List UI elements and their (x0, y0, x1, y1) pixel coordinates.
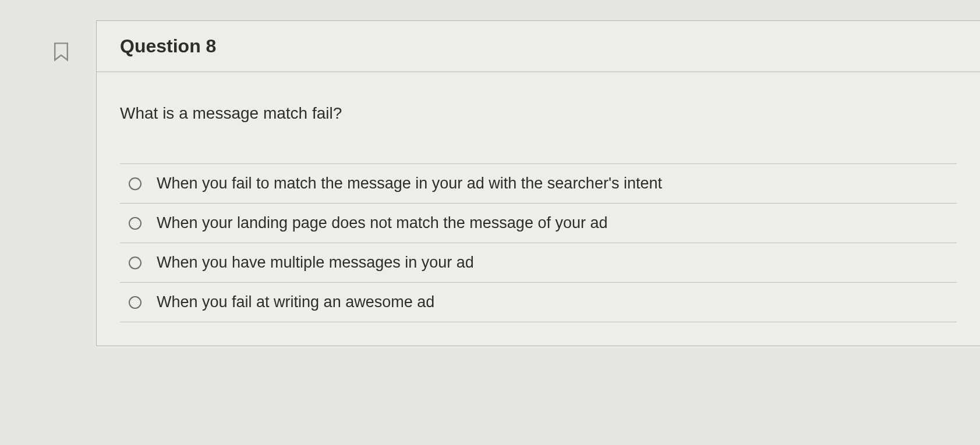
option-row-1[interactable]: When you fail to match the message in yo… (120, 164, 957, 204)
question-card: Question 8 What is a message match fail?… (96, 20, 980, 346)
option-label: When you fail to match the message in yo… (157, 175, 662, 193)
question-body: What is a message match fail? When you f… (97, 72, 980, 346)
option-row-4[interactable]: When you fail at writing an awesome ad (120, 283, 957, 322)
option-row-2[interactable]: When your landing page does not match th… (120, 204, 957, 243)
radio-icon (129, 296, 141, 309)
radio-icon (129, 177, 141, 190)
question-title: Question 8 (120, 35, 957, 57)
bookmark-flag-icon[interactable] (52, 42, 70, 63)
option-label: When you have multiple messages in your … (157, 254, 474, 272)
option-row-3[interactable]: When you have multiple messages in your … (120, 243, 957, 283)
option-label: When your landing page does not match th… (157, 214, 607, 232)
question-prompt: What is a message match fail? (120, 104, 957, 123)
question-header: Question 8 (97, 21, 980, 72)
radio-icon (129, 257, 141, 269)
options-list: When you fail to match the message in yo… (120, 163, 957, 322)
radio-icon (129, 217, 141, 230)
option-label: When you fail at writing an awesome ad (157, 293, 434, 311)
